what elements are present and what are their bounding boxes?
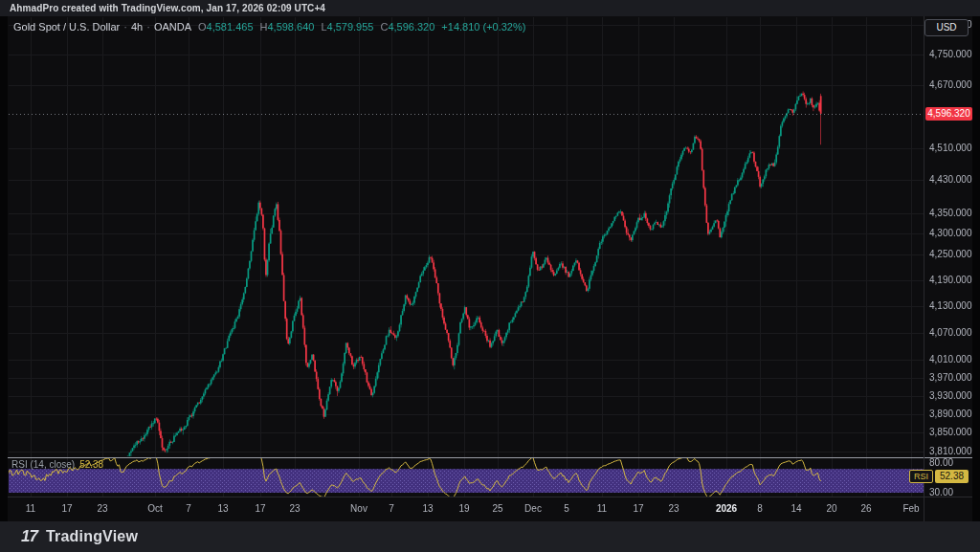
price-tick-label: 4,070.000 bbox=[929, 328, 972, 338]
time-tick-label: 8 bbox=[757, 503, 763, 514]
tradingview-chart-page: AhmadPro created with TradingView.com, J… bbox=[0, 0, 980, 552]
rsi-axis-lower: 30.00 bbox=[929, 488, 953, 497]
time-tick-label: 13 bbox=[217, 503, 228, 514]
legend-separator: · bbox=[123, 21, 127, 33]
symbol-name[interactable]: Gold Spot / U.S. Dollar bbox=[13, 21, 120, 33]
time-tick-label: 7 bbox=[186, 503, 191, 514]
low-value: 4,579.955 bbox=[327, 21, 374, 33]
change-value: +14.810 (+0.32%) bbox=[441, 21, 525, 33]
exchange-label: OANDA bbox=[154, 21, 191, 33]
time-tick-label: 25 bbox=[492, 503, 502, 514]
time-tick-label: 7 bbox=[389, 503, 394, 514]
time-tick-label: Feb bbox=[902, 503, 919, 514]
price-tick-label: 3,810.000 bbox=[929, 447, 972, 456]
time-tick-label: 19 bbox=[458, 503, 469, 514]
time-tick-label: 11 bbox=[597, 503, 607, 514]
rsi-badge-label: RSI bbox=[909, 470, 933, 483]
time-tick-label: 23 bbox=[97, 503, 107, 514]
time-tick-label: 17 bbox=[61, 503, 72, 514]
time-tick-label: 23 bbox=[668, 503, 679, 514]
price-tick-label: 4,750.000 bbox=[929, 50, 972, 59]
price-tick-label: 4,250.000 bbox=[929, 250, 972, 259]
time-tick-label: 17 bbox=[633, 503, 643, 514]
interval-label[interactable]: 4h bbox=[131, 21, 143, 33]
price-tick-label: 4,430.000 bbox=[929, 175, 972, 185]
time-tick-label: 5 bbox=[564, 503, 569, 514]
currency-button[interactable]: USD bbox=[924, 19, 969, 36]
time-tick-label: Dec bbox=[524, 503, 542, 514]
time-tick-label: 26 bbox=[860, 503, 871, 514]
tradingview-wordmark: TradingView bbox=[46, 528, 138, 545]
price-tick-label: 3,970.000 bbox=[929, 373, 972, 383]
price-tick-label: 4,510.000 bbox=[929, 144, 972, 153]
time-tick-label: Nov bbox=[350, 503, 368, 514]
open-key: O bbox=[198, 21, 207, 33]
legend-separator: · bbox=[146, 21, 150, 33]
rsi-title-value: 52.38 bbox=[79, 459, 103, 470]
rsi-indicator-title[interactable]: RSI (14, close)52.38 bbox=[11, 459, 103, 470]
price-tick-label: 4,130.000 bbox=[929, 301, 972, 311]
time-tick-label: 13 bbox=[422, 503, 433, 514]
price-tick-label: 4,300.000 bbox=[929, 229, 972, 238]
time-tick-label: 14 bbox=[791, 503, 801, 514]
high-value: 4,598.640 bbox=[267, 21, 314, 33]
rsi-badge-value: 52.38 bbox=[935, 470, 969, 483]
price-tick-label: 4,010.000 bbox=[929, 355, 972, 364]
time-tick-label: 23 bbox=[289, 503, 300, 514]
price-tick-label: 3,850.000 bbox=[929, 428, 972, 437]
last-price-badge: 4,596.320 bbox=[925, 107, 972, 121]
price-tick-label: 4,350.000 bbox=[929, 209, 972, 218]
time-tick-label: 2026 bbox=[716, 503, 737, 514]
tradingview-logo[interactable]: 17 TradingView bbox=[21, 526, 138, 547]
price-tick-label: 4,190.000 bbox=[929, 276, 972, 285]
price-tick-label: 4,670.000 bbox=[929, 80, 972, 90]
candlestick-chart-canvas[interactable] bbox=[0, 0, 980, 552]
attribution-text: AhmadPro created with TradingView.com, J… bbox=[10, 0, 325, 16]
time-tick-label: 11 bbox=[26, 503, 35, 514]
time-tick-label: Oct bbox=[147, 503, 163, 514]
close-value: 4,596.320 bbox=[388, 21, 434, 33]
price-tick-label: 3,890.000 bbox=[929, 409, 972, 419]
rsi-name: RSI bbox=[11, 459, 28, 470]
rsi-axis-upper: 80.00 bbox=[929, 458, 953, 468]
open-value: 4,581.465 bbox=[207, 21, 254, 33]
symbol-legend[interactable]: Gold Spot / U.S. Dollar·4h·OANDAO4,581.4… bbox=[13, 20, 525, 33]
time-tick-label: 20 bbox=[826, 503, 836, 514]
tradingview-logo-icon: 17 bbox=[21, 527, 37, 546]
time-tick-label: 17 bbox=[255, 503, 265, 514]
rsi-params: (14, close) bbox=[30, 459, 75, 470]
price-tick-label: 3,930.000 bbox=[929, 391, 972, 401]
